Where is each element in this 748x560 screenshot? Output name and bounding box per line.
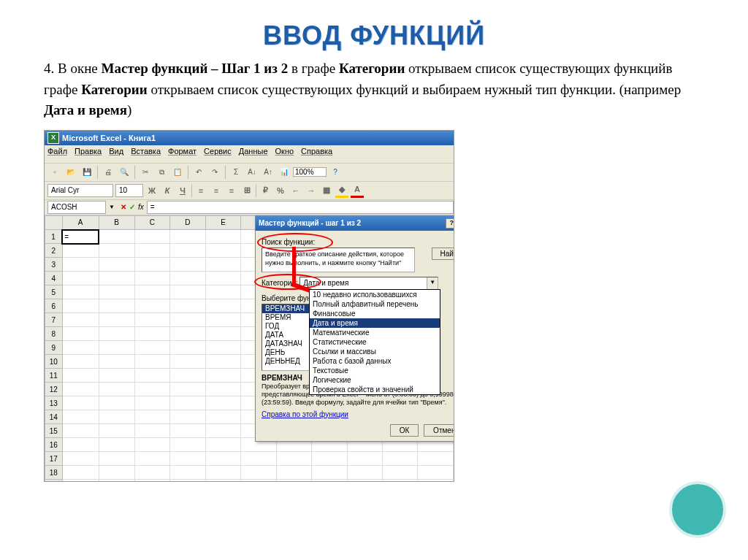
- column-header[interactable]: E: [205, 215, 241, 230]
- cell[interactable]: [62, 355, 99, 369]
- cell[interactable]: [205, 383, 241, 396]
- menu-item[interactable]: Вид: [109, 147, 123, 161]
- cell[interactable]: [170, 244, 206, 258]
- cell[interactable]: [205, 355, 241, 369]
- cell[interactable]: [205, 299, 241, 313]
- cell[interactable]: [99, 396, 134, 410]
- cell[interactable]: [205, 313, 241, 327]
- cell[interactable]: [347, 452, 382, 466]
- italic-icon[interactable]: К: [161, 184, 174, 197]
- cell[interactable]: [134, 355, 170, 369]
- enter-formula-icon[interactable]: ✓: [129, 203, 135, 211]
- cell[interactable]: [134, 383, 170, 396]
- row-header[interactable]: 11: [45, 369, 63, 383]
- cell[interactable]: [134, 285, 170, 299]
- cut-icon[interactable]: ✂: [138, 165, 153, 180]
- cell[interactable]: [347, 466, 382, 480]
- standard-toolbar[interactable]: ▫ 📂 💾 🖨 🔍 ✂ ⧉ 📋 ↶ ↷ Σ A↓ A↑ 📊 100% ?: [45, 164, 454, 182]
- cell[interactable]: [134, 341, 170, 355]
- menu-item[interactable]: Формат: [168, 147, 196, 161]
- row-header[interactable]: 10: [45, 355, 63, 369]
- row-header[interactable]: 12: [45, 383, 63, 396]
- row-header[interactable]: 15: [45, 424, 63, 438]
- indent-inc-icon[interactable]: →: [305, 184, 318, 197]
- cell[interactable]: [170, 396, 206, 410]
- dropdown-option[interactable]: 10 недавно использовавшихся: [310, 290, 440, 299]
- cell[interactable]: [62, 480, 99, 482]
- help-icon[interactable]: ?: [328, 165, 343, 180]
- cell[interactable]: [170, 424, 206, 438]
- cell[interactable]: [205, 480, 241, 482]
- cell[interactable]: [276, 452, 312, 466]
- cell[interactable]: [170, 452, 206, 466]
- cell[interactable]: [134, 258, 170, 272]
- cell[interactable]: [205, 410, 241, 424]
- dropdown-option[interactable]: Логические: [310, 375, 440, 385]
- cell[interactable]: [62, 452, 99, 466]
- cell[interactable]: [170, 313, 206, 327]
- cell[interactable]: [205, 396, 241, 410]
- cell[interactable]: [312, 466, 348, 480]
- category-dropdown-list[interactable]: 10 недавно использовавшихсяПолный алфави…: [309, 289, 440, 395]
- column-header[interactable]: A: [62, 215, 99, 230]
- row-header[interactable]: 3: [45, 258, 63, 272]
- fillcolor-icon[interactable]: ◆: [335, 183, 348, 198]
- cell[interactable]: [62, 244, 99, 258]
- cell[interactable]: [99, 369, 134, 383]
- font-combo[interactable]: Arial Cyr: [47, 184, 113, 197]
- copy-icon[interactable]: ⧉: [154, 165, 169, 180]
- cell[interactable]: [134, 410, 170, 424]
- dropdown-option[interactable]: Финансовые: [310, 309, 440, 318]
- cell[interactable]: [170, 438, 206, 452]
- cell[interactable]: [241, 452, 276, 466]
- row-header[interactable]: 8: [45, 327, 63, 341]
- row-header[interactable]: 7: [45, 313, 63, 327]
- currency-icon[interactable]: ₽: [259, 184, 272, 197]
- category-dropdown[interactable]: Дата и время ▼: [299, 277, 438, 290]
- percent-icon[interactable]: %: [274, 184, 287, 197]
- format-toolbar[interactable]: Arial Cyr 10 Ж К Ч ≡ ≡ ≡ ⊞ ₽ % ← → ▦ ◆ A: [45, 182, 454, 200]
- dropdown-option[interactable]: Проверка свойств и значений: [310, 385, 440, 394]
- row-header[interactable]: 17: [45, 452, 63, 466]
- cell[interactable]: [99, 313, 134, 327]
- cell[interactable]: [205, 341, 241, 355]
- print-icon[interactable]: 🖨: [101, 165, 115, 180]
- row-header[interactable]: 5: [45, 285, 63, 299]
- redo-icon[interactable]: ↷: [207, 165, 222, 180]
- cell[interactable]: [205, 327, 241, 341]
- cell[interactable]: [62, 341, 99, 355]
- chart-icon[interactable]: 📊: [277, 165, 291, 180]
- corner-cell[interactable]: [45, 215, 63, 230]
- cell[interactable]: [99, 327, 134, 341]
- row-header[interactable]: 14: [45, 410, 63, 424]
- row-header[interactable]: 18: [45, 466, 63, 480]
- cell[interactable]: [62, 410, 99, 424]
- cell[interactable]: [170, 341, 206, 355]
- cell[interactable]: [134, 438, 170, 452]
- sum-icon[interactable]: Σ: [229, 165, 243, 180]
- menu-item[interactable]: Данные: [239, 147, 268, 161]
- spreadsheet-grid[interactable]: ABCDEFGHIJK1=234567891011121314151617181…: [45, 215, 454, 482]
- name-box[interactable]: ACOSH: [47, 201, 106, 214]
- sort-desc-icon[interactable]: A↑: [261, 165, 275, 180]
- save-icon[interactable]: 💾: [80, 165, 94, 180]
- underline-icon[interactable]: Ч: [176, 184, 189, 197]
- namebox-arrow-icon[interactable]: ▼: [109, 204, 115, 210]
- cell[interactable]: [134, 480, 170, 482]
- cell[interactable]: [134, 466, 170, 480]
- cell[interactable]: [205, 438, 241, 452]
- menu-item[interactable]: Вставка: [131, 147, 161, 161]
- cell[interactable]: [62, 258, 99, 272]
- new-icon[interactable]: ▫: [47, 165, 62, 180]
- cell[interactable]: [99, 466, 134, 480]
- cell[interactable]: [99, 355, 134, 369]
- dropdown-option[interactable]: Математические: [310, 328, 440, 337]
- cell[interactable]: [205, 452, 241, 466]
- dropdown-option[interactable]: Статистические: [310, 337, 440, 347]
- cell[interactable]: [170, 299, 206, 313]
- cell[interactable]: [170, 230, 206, 244]
- cell[interactable]: [134, 244, 170, 258]
- cell[interactable]: [170, 327, 206, 341]
- cell[interactable]: [62, 369, 99, 383]
- dropdown-option[interactable]: Текстовые: [310, 366, 440, 375]
